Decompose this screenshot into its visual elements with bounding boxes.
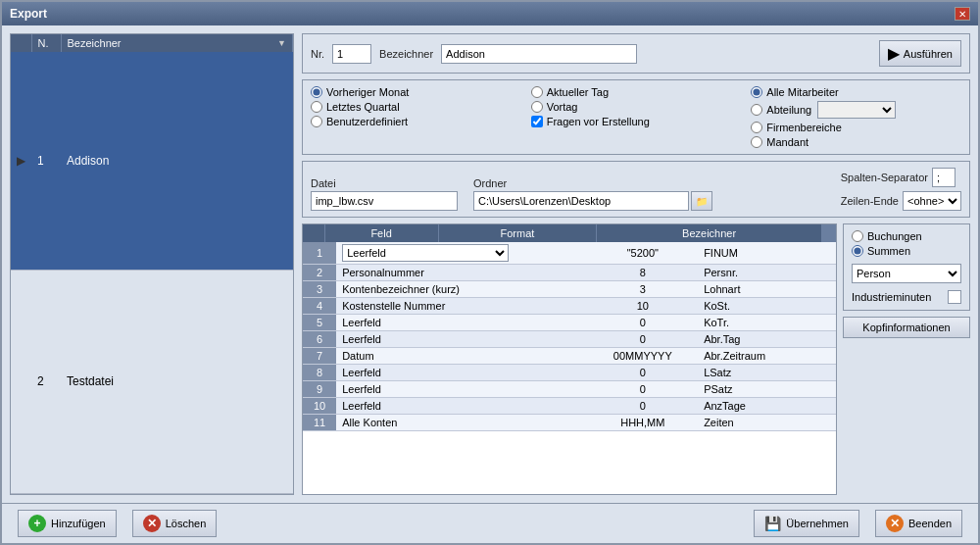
radio-mandant-row: Mandant — [751, 136, 961, 148]
filter-icon: ▼ — [277, 38, 286, 48]
radio-vorheriger-monat[interactable] — [311, 86, 322, 98]
feld-text: Datum — [342, 350, 373, 362]
data-table: Feld Format Bezeichner — [303, 224, 836, 242]
radio-vortag-row: Vortag — [531, 101, 742, 113]
left-table-row[interactable]: 2 Testdatei — [11, 270, 293, 493]
close-button[interactable]: ✕ — [955, 7, 970, 21]
person-select[interactable]: Person Abteilung Firma — [852, 264, 961, 283]
radio-alle-mitarbeiter-row: Alle Mitarbeiter — [751, 86, 961, 98]
left-table: N. Bezeichner ▼ ▶ 1 Addison 2 Testdatei — [11, 34, 293, 494]
bezeichner-col-cell: KoTr. — [698, 315, 836, 331]
feld-cell: Alle Konten — [336, 415, 587, 431]
radio-vorheriger-monat-row: Vorheriger Monat — [311, 86, 521, 98]
bezeichner-col-cell: LSatz — [698, 365, 836, 381]
main-data-table: 1 Leerfeld "5200" FINUM 2 Personalnummer… — [303, 242, 836, 431]
beenden-button[interactable]: ✕ Beenden — [875, 510, 962, 537]
radio-buchungen[interactable] — [852, 230, 863, 242]
bottom-left: + Hinzufügen ✕ Löschen — [18, 510, 217, 537]
bezeichner-col-cell: Abr.Zeitraum — [698, 348, 836, 365]
bezeichner-col-cell: PSatz — [698, 381, 836, 398]
bezeichner-label: Bezeichner — [379, 48, 433, 60]
checkbox-fragen[interactable] — [531, 116, 543, 127]
table-row[interactable]: 5 Leerfeld 0 KoTr. — [303, 315, 836, 331]
firmenbereiche-label: Firmenbereiche — [766, 122, 841, 133]
abteilung-select[interactable] — [817, 101, 896, 119]
browse-button[interactable]: 📁 — [691, 191, 712, 211]
feld-text: Leerfeld — [342, 317, 381, 328]
row-number: 11 — [303, 415, 336, 431]
ausfuhren-button[interactable]: ▶ Ausführen — [879, 40, 961, 67]
radio-aktueller-tag-row: Aktueller Tag — [531, 86, 742, 98]
file-section: Datei Ordner 📁 Spalten-Separator — [302, 161, 970, 218]
export-window: Export ✕ N. Bezeichner ▼ ▶ — [0, 0, 980, 545]
radio-vortag[interactable] — [531, 101, 543, 113]
radio-aktueller-tag[interactable] — [531, 86, 543, 98]
radio-firmenbereiche-row: Firmenbereiche — [751, 122, 961, 133]
table-row[interactable]: 1 Leerfeld "5200" FINUM — [303, 242, 836, 265]
table-scroll[interactable]: 1 Leerfeld "5200" FINUM 2 Personalnummer… — [303, 242, 836, 494]
feld-cell: Leerfeld — [336, 398, 587, 415]
table-row[interactable]: 2 Personalnummer 8 Persnr. — [303, 265, 836, 281]
feld-text: Leerfeld — [342, 383, 381, 395]
datei-input[interactable] — [311, 191, 458, 211]
spalten-sep-input[interactable] — [932, 168, 956, 187]
feld-text: Personalnummer — [342, 267, 424, 278]
table-row[interactable]: 6 Leerfeld 0 Abr.Tag — [303, 331, 836, 348]
radio-summen[interactable] — [852, 245, 863, 257]
row-number: 6 — [303, 331, 336, 348]
table-row[interactable]: 9 Leerfeld 0 PSatz — [303, 381, 836, 398]
format-cell: 00MMYYYY — [587, 348, 698, 365]
window-title: Export — [10, 7, 47, 21]
row-number: 8 — [303, 365, 336, 381]
table-row[interactable]: 4 Kostenstelle Nummer 10 KoSt. — [303, 298, 836, 315]
hinzufugen-button[interactable]: + Hinzufügen — [18, 510, 117, 537]
zeilen-ende-label: Zeilen-Ende — [841, 195, 899, 207]
format-cell: 0 — [587, 331, 698, 348]
ubernehmen-button[interactable]: 💾 Übernehmen — [754, 510, 859, 537]
left-col-n: N. — [31, 34, 61, 52]
spalten-sep-label: Spalten-Separator — [841, 172, 928, 183]
industrieminuten-row: Industrieminuten — [852, 290, 961, 304]
ordner-label: Ordner — [473, 177, 712, 189]
format-cell: 0 — [587, 315, 698, 331]
format-cell: HHH,MM — [587, 415, 698, 431]
format-cell: "5200" — [587, 242, 698, 265]
radio-abteilung-row: Abteilung — [751, 101, 961, 119]
table-row[interactable]: 7 Datum 00MMYYYY Abr.Zeitraum — [303, 348, 836, 365]
alle-mitarbeiter-label: Alle Mitarbeiter — [766, 86, 838, 98]
top-section: Nr. Bezeichner ▶ Ausführen — [302, 33, 970, 74]
radio-benutzerdefiniert[interactable] — [311, 116, 322, 127]
zeilen-ende-select[interactable]: <ohne> CR LF CRLF — [903, 191, 961, 211]
person-select-group: Person Abteilung Firma — [852, 264, 961, 283]
title-bar: Export ✕ — [2, 2, 978, 25]
format-cell: 0 — [587, 381, 698, 398]
feld-text: Leerfeld — [342, 333, 381, 345]
industrieminuten-checkbox[interactable] — [948, 290, 961, 304]
zeilen-ende-row: Zeilen-Ende <ohne> CR LF CRLF — [841, 191, 961, 211]
radio-mandant[interactable] — [751, 136, 762, 148]
bezeichner-input[interactable] — [441, 44, 637, 64]
datei-label: Datei — [311, 177, 458, 189]
table-row[interactable]: 10 Leerfeld 0 AnzTage — [303, 398, 836, 415]
letztes-quartal-label: Letztes Quartal — [326, 101, 400, 113]
table-row[interactable]: 3 Kontenbezeichner (kurz) 3 Lohnart — [303, 281, 836, 298]
radio-alle-mitarbeiter[interactable] — [751, 86, 762, 98]
radio-abteilung[interactable] — [751, 104, 762, 116]
left-col-arrow — [11, 34, 31, 52]
row-bezeichner-cell: Testdatei — [61, 270, 293, 493]
data-table-wrapper: Feld Format Bezeichner 1 Leerfeld "5200"… — [302, 223, 837, 495]
feld-cell: Kontenbezeichner (kurz) — [336, 281, 587, 298]
table-row[interactable]: 8 Leerfeld 0 LSatz — [303, 365, 836, 381]
feld-text: Kontenbezeichner (kurz) — [342, 283, 460, 295]
arrow-cell: ▶ — [11, 52, 31, 270]
radio-firmenbereiche[interactable] — [751, 122, 762, 133]
nr-label: Nr. — [311, 48, 324, 60]
ordner-input[interactable] — [473, 191, 689, 211]
table-row[interactable]: 11 Alle Konten HHH,MM Zeiten — [303, 415, 836, 431]
feld-select[interactable]: Leerfeld — [342, 244, 509, 262]
kopfinformationen-button[interactable]: Kopfinformationen — [843, 317, 970, 338]
loschen-button[interactable]: ✕ Löschen — [132, 510, 218, 537]
radio-letztes-quartal[interactable] — [311, 101, 322, 113]
left-table-row[interactable]: ▶ 1 Addison — [11, 52, 293, 270]
nr-input[interactable] — [332, 44, 371, 64]
